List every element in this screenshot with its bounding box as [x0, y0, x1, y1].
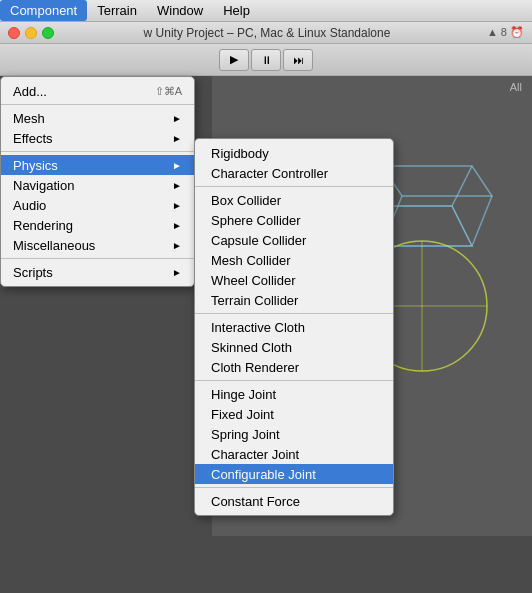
menu-item-skinned-cloth[interactable]: Skinned Cloth [195, 337, 393, 357]
maximize-button[interactable] [42, 27, 54, 39]
chevron-right-icon: ► [172, 160, 182, 171]
chevron-right-icon: ► [172, 240, 182, 251]
chevron-right-icon: ► [172, 113, 182, 124]
separator-p2 [195, 313, 393, 314]
chevron-right-icon: ► [172, 220, 182, 231]
menu-item-character-joint[interactable]: Character Joint [195, 444, 393, 464]
component-menu: Add... ⇧⌘A Mesh ► Effects ► Physics ► [0, 76, 195, 287]
menu-item-wheel-collider[interactable]: Wheel Collider [195, 270, 393, 290]
menubar: Component Terrain Window Help [0, 0, 532, 22]
separator-p4 [195, 487, 393, 488]
minimize-button[interactable] [25, 27, 37, 39]
menubar-component[interactable]: Component [0, 0, 87, 21]
menu-item-effects[interactable]: Effects ► [1, 128, 194, 148]
menu-item-fixed-joint[interactable]: Fixed Joint [195, 404, 393, 424]
menu-item-terrain-collider[interactable]: Terrain Collider [195, 290, 393, 310]
menu-item-configurable-joint[interactable]: Configurable Joint [195, 464, 393, 484]
menubar-terrain[interactable]: Terrain [87, 0, 147, 21]
menu-item-sphere-collider[interactable]: Sphere Collider [195, 210, 393, 230]
main-content: All Add... ⇧⌘A [0, 76, 532, 593]
chevron-right-icon: ► [172, 180, 182, 191]
separator-p3 [195, 380, 393, 381]
menu-item-mesh-collider[interactable]: Mesh Collider [195, 250, 393, 270]
menubar-window[interactable]: Window [147, 0, 213, 21]
physics-submenu: Rigidbody Character Controller Box Colli… [194, 138, 394, 516]
window-controls [0, 27, 62, 39]
svg-line-4 [472, 196, 492, 246]
chevron-right-icon: ► [172, 200, 182, 211]
menu-item-hinge-joint[interactable]: Hinge Joint [195, 384, 393, 404]
toolbar: ▶ ⏸ ⏭ [0, 44, 532, 76]
window-title: w Unity Project – PC, Mac & Linux Standa… [62, 26, 472, 40]
menu-item-mesh[interactable]: Mesh ► [1, 108, 194, 128]
menu-item-miscellaneous[interactable]: Miscellaneous ► [1, 235, 194, 255]
menu-item-audio[interactable]: Audio ► [1, 195, 194, 215]
menu-item-interactive-cloth[interactable]: Interactive Cloth [195, 317, 393, 337]
svg-line-3 [452, 166, 472, 206]
chevron-right-icon: ► [172, 267, 182, 278]
titlebar-right: ▲ 8 ⏰ [472, 26, 532, 39]
svg-marker-0 [382, 166, 492, 196]
menu-item-navigation[interactable]: Navigation ► [1, 175, 194, 195]
step-button[interactable]: ⏭ [283, 49, 313, 71]
menu-item-scripts[interactable]: Scripts ► [1, 262, 194, 282]
chevron-right-icon: ► [172, 133, 182, 144]
menu-item-constant-force[interactable]: Constant Force [195, 491, 393, 511]
close-button[interactable] [8, 27, 20, 39]
play-button[interactable]: ▶ [219, 49, 249, 71]
separator-2 [1, 151, 194, 152]
titlebar: w Unity Project – PC, Mac & Linux Standa… [0, 22, 532, 44]
separator-p1 [195, 186, 393, 187]
menu-item-physics[interactable]: Physics ► [1, 155, 194, 175]
viewport-label: All [510, 81, 522, 93]
separator-1 [1, 104, 194, 105]
menu-item-cloth-renderer[interactable]: Cloth Renderer [195, 357, 393, 377]
menu-item-add[interactable]: Add... ⇧⌘A [1, 81, 194, 101]
menu-item-rigidbody[interactable]: Rigidbody [195, 143, 393, 163]
menu-item-rendering[interactable]: Rendering ► [1, 215, 194, 235]
separator-3 [1, 258, 194, 259]
pause-button[interactable]: ⏸ [251, 49, 281, 71]
menu-item-character-controller[interactable]: Character Controller [195, 163, 393, 183]
menu-item-box-collider[interactable]: Box Collider [195, 190, 393, 210]
menubar-help[interactable]: Help [213, 0, 260, 21]
menu-item-spring-joint[interactable]: Spring Joint [195, 424, 393, 444]
menu-item-capsule-collider[interactable]: Capsule Collider [195, 230, 393, 250]
